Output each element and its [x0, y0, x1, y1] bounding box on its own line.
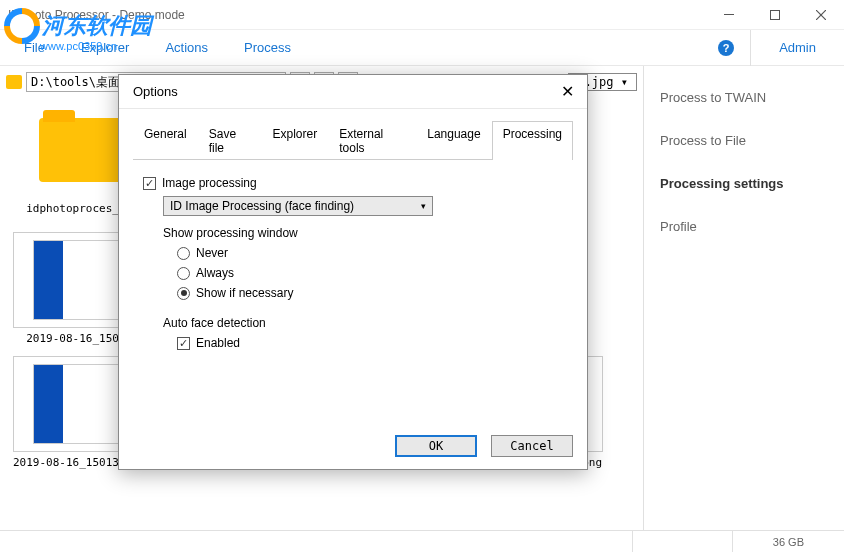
- dialog-close-button[interactable]: ✕: [557, 82, 577, 102]
- svg-rect-0: [724, 14, 734, 15]
- tab-general[interactable]: General: [133, 121, 198, 160]
- auto-face-enabled-checkbox[interactable]: [177, 337, 190, 350]
- ok-button[interactable]: OK: [395, 435, 477, 457]
- cancel-button[interactable]: Cancel: [491, 435, 573, 457]
- radio-always-label: Always: [196, 266, 234, 280]
- folder-icon: [39, 118, 127, 182]
- options-dialog: Options ✕ General Save file Explorer Ext…: [118, 74, 588, 470]
- tab-save-file[interactable]: Save file: [198, 121, 262, 160]
- sidebar-processing-settings[interactable]: Processing settings: [660, 176, 828, 191]
- image-processing-label: Image processing: [162, 176, 257, 190]
- sidebar-process-file[interactable]: Process to File: [660, 133, 828, 148]
- auto-face-enabled-label: Enabled: [196, 336, 240, 350]
- sidebar-profile[interactable]: Profile: [660, 219, 828, 234]
- separator: [750, 30, 751, 66]
- help-icon[interactable]: ?: [718, 40, 734, 56]
- menu-actions[interactable]: Actions: [157, 36, 216, 59]
- dialog-title: Options: [133, 84, 557, 99]
- tab-explorer[interactable]: Explorer: [262, 121, 329, 160]
- chevron-down-icon: ▾: [421, 201, 426, 211]
- status-disk: 36 GB: [732, 531, 844, 552]
- minimize-button[interactable]: [706, 0, 752, 30]
- close-button[interactable]: [798, 0, 844, 30]
- maximize-button[interactable]: [752, 0, 798, 30]
- radio-never[interactable]: [177, 247, 190, 260]
- radio-if-necessary[interactable]: [177, 287, 190, 300]
- show-window-label: Show processing window: [163, 226, 563, 240]
- status-empty: [632, 531, 732, 552]
- tab-processing[interactable]: Processing: [492, 121, 573, 160]
- tab-external-tools[interactable]: External tools: [328, 121, 416, 160]
- svg-rect-1: [771, 10, 780, 19]
- sidebar-process-twain[interactable]: Process to TWAIN: [660, 90, 828, 105]
- menu-explorer[interactable]: Explorer: [73, 36, 137, 59]
- menu-admin[interactable]: Admin: [767, 40, 828, 55]
- radio-if-necessary-label: Show if necessary: [196, 286, 293, 300]
- radio-never-label: Never: [196, 246, 228, 260]
- processing-mode-dropdown[interactable]: ID Image Processing (face finding) ▾: [163, 196, 433, 216]
- folder-icon: [6, 75, 22, 89]
- menu-process[interactable]: Process: [236, 36, 299, 59]
- tab-language[interactable]: Language: [416, 121, 491, 160]
- image-processing-checkbox[interactable]: [143, 177, 156, 190]
- radio-always[interactable]: [177, 267, 190, 280]
- window-title: IDPhoto Processor - Demo mode: [8, 8, 706, 22]
- auto-face-label: Auto face detection: [163, 316, 563, 330]
- menu-file[interactable]: File: [16, 36, 53, 59]
